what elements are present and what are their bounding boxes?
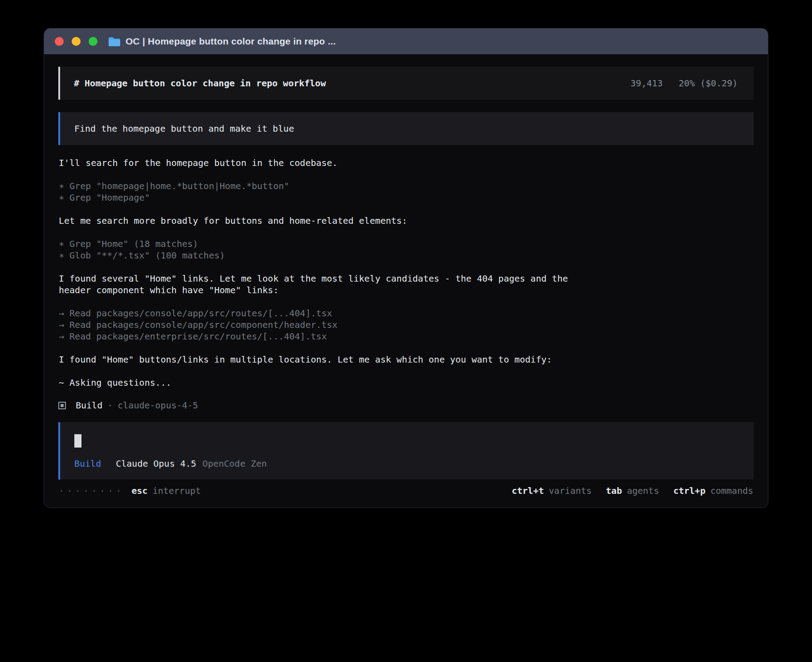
session-header: # Homepage button color change in repo w… xyxy=(58,67,754,100)
session-title: # Homepage button color change in repo w… xyxy=(74,78,326,89)
tool-call-read: → Read packages/console/app/src/componen… xyxy=(59,319,754,331)
status-bar-left: ········ esc interrupt xyxy=(59,485,201,496)
user-message: Find the homepage button and make it blu… xyxy=(58,112,754,145)
tool-call-glob: ∗ Glob "**/*.tsx" (100 matches) xyxy=(59,250,754,261)
shortcut-label: commands xyxy=(710,485,753,496)
assistant-text: I'll search for the homepage button in t… xyxy=(59,157,593,169)
status-asking-questions: ~ Asking questions... xyxy=(59,377,593,388)
zoom-window-button[interactable] xyxy=(89,37,97,46)
shortcut-variants: ctrl+t variants xyxy=(512,485,592,496)
agent-icon xyxy=(58,402,66,409)
user-message-text: Find the homepage button and make it blu… xyxy=(74,123,294,134)
model-label[interactable]: Claude Opus 4.5 xyxy=(116,458,196,469)
shortcut-label: agents xyxy=(627,485,659,496)
text-cursor xyxy=(74,434,81,448)
shortcut-key: tab xyxy=(606,485,622,496)
assistant-text: I found several "Home" links. Let me loo… xyxy=(59,273,593,296)
tool-call-read: → Read packages/enterprise/src/routes/[.… xyxy=(59,331,754,342)
agent-mode-label[interactable]: Build xyxy=(74,458,101,469)
minimize-window-button[interactable] xyxy=(72,37,81,46)
shortcut-agents: tab agents xyxy=(606,485,659,496)
window-titlebar[interactable]: OC | Homepage button color change in rep… xyxy=(44,28,768,54)
shortcut-key: ctrl+p xyxy=(673,485,705,496)
input-meta: Build Claude Opus 4.5 OpenCode Zen xyxy=(74,458,739,469)
tool-call-grep: ∗ Grep "homepage|home.*button|Home.*butt… xyxy=(59,180,754,192)
window-title: OC | Homepage button color change in rep… xyxy=(126,36,336,47)
agent-separator: · xyxy=(107,400,113,411)
shortcut-commands: ctrl+p commands xyxy=(673,485,753,496)
agent-model: claude-opus-4-5 xyxy=(118,400,198,411)
token-count: 39,413 xyxy=(630,78,662,89)
conversation-log: I'll search for the homepage button in t… xyxy=(58,157,754,388)
context-usage: 20% ($0.29) xyxy=(679,78,738,89)
assistant-text: Let me search more broadly for buttons a… xyxy=(59,215,593,226)
prompt-input[interactable]: Build Claude Opus 4.5 OpenCode Zen xyxy=(58,422,754,480)
agent-name: Build xyxy=(76,400,102,411)
tool-call-grep: ∗ Grep "Home" (18 matches) xyxy=(59,238,754,250)
provider-label: OpenCode Zen xyxy=(203,458,267,469)
tool-call-read: → Read packages/console/app/src/routes/[… xyxy=(59,307,754,319)
spinner-dots: ········ xyxy=(59,486,125,496)
status-bar-right: ctrl+t variants tab agents ctrl+p comman… xyxy=(512,485,753,496)
session-stats: 39,413 20% ($0.29) xyxy=(630,78,738,89)
terminal-window: OC | Homepage button color change in rep… xyxy=(44,28,768,508)
shortcut-key: ctrl+t xyxy=(512,485,544,496)
shortcut-label: variants xyxy=(549,485,592,496)
folder-icon xyxy=(108,36,120,46)
close-window-button[interactable] xyxy=(55,37,64,46)
assistant-text: I found "Home" buttons/links in multiple… xyxy=(59,354,593,365)
window-controls xyxy=(55,37,97,46)
terminal-content: # Homepage button color change in repo w… xyxy=(44,54,768,508)
status-bar: ········ esc interrupt ctrl+t variants t… xyxy=(58,485,754,496)
esc-key-label: interrupt xyxy=(153,485,201,496)
esc-key-hint: esc xyxy=(132,485,148,496)
tool-call-grep: ∗ Grep "Homepage" xyxy=(59,192,754,203)
agent-status-line: Build · claude-opus-4-5 xyxy=(58,400,754,411)
